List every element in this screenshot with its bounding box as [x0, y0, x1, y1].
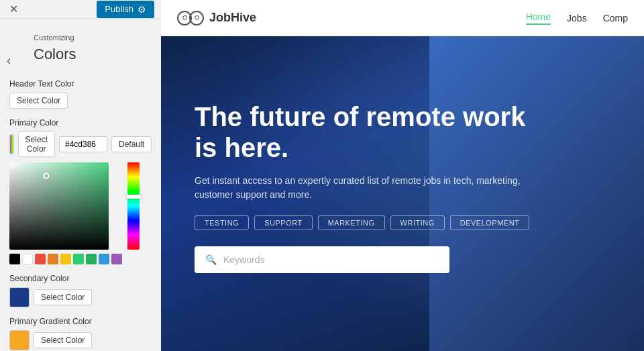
- hero-title: The future of remote work is here.: [195, 101, 543, 163]
- nav-logo-text: JobHive: [209, 11, 256, 25]
- swatch-yellow[interactable]: [60, 254, 71, 264]
- primary-default-button[interactable]: Default: [111, 136, 152, 152]
- secondary-color-section: Secondary Color Select Color: [9, 274, 152, 307]
- hue-spectrum[interactable]: [127, 162, 140, 250]
- primary-gradient-section: Primary Gradient Color Select Color: [9, 317, 152, 350]
- search-placeholder: Keywords: [223, 254, 264, 265]
- hue-slider: [126, 195, 141, 199]
- nav-link-comp[interactable]: Comp: [603, 13, 628, 23]
- logo-icons: ⬡ ⬡: [177, 11, 204, 26]
- top-bar: ✕ Publish ⚙: [0, 0, 161, 19]
- primary-color-label: Primary Color: [9, 118, 152, 128]
- tag-development: DEVELOPMENT: [450, 215, 530, 230]
- color-picker: [9, 162, 152, 264]
- tag-marketing: MARKETING: [318, 215, 385, 230]
- search-icon: 🔍: [205, 254, 217, 265]
- picker-cursor: [43, 172, 50, 179]
- header-text-color-section: Header Text Color Select Color: [9, 79, 152, 109]
- nav-link-home[interactable]: Home: [526, 11, 551, 25]
- swatch-white[interactable]: [22, 254, 33, 264]
- header-text-select-button[interactable]: Select Color: [9, 93, 68, 109]
- gradient-canvas[interactable]: [9, 162, 109, 250]
- primary-gradient-row: Select Color: [9, 330, 152, 350]
- close-button[interactable]: ✕: [7, 0, 21, 18]
- hero-tags: TESTING SUPPORT MARKETING WRITING DEVELO…: [195, 215, 543, 230]
- preview-container: ⬡ ⬡ JobHive Home Jobs Comp The f: [161, 0, 644, 351]
- swatch-dark-green[interactable]: [86, 254, 97, 264]
- customizer-panel: ✕ Publish ⚙ ‹ Customizing Colors Header …: [0, 0, 161, 351]
- breadcrumb: Customizing: [24, 26, 152, 44]
- secondary-swatch[interactable]: [9, 287, 30, 307]
- tag-testing: TESTING: [195, 215, 249, 230]
- publish-button[interactable]: Publish ⚙: [97, 1, 154, 18]
- gradient-swatch[interactable]: [9, 330, 30, 350]
- publish-label: Publish: [105, 4, 133, 14]
- back-button[interactable]: ‹: [7, 54, 11, 68]
- secondary-color-row: Select Color: [9, 287, 152, 307]
- nav-logo: ⬡ ⬡ JobHive: [177, 11, 256, 26]
- primary-select-button[interactable]: Select Color: [18, 132, 55, 157]
- hero-subtitle: Get instant access to an expertly curate…: [195, 174, 543, 202]
- section-title: Colors: [24, 44, 152, 72]
- secondary-color-label: Secondary Color: [9, 274, 152, 283]
- nav-links: Home Jobs Comp: [526, 11, 628, 25]
- swatch-blue[interactable]: [99, 254, 109, 264]
- header-text-label: Header Text Color: [9, 79, 152, 89]
- swatch-black[interactable]: [9, 254, 20, 264]
- swatch-orange[interactable]: [48, 254, 58, 264]
- primary-color-row: Select Color Default: [9, 132, 152, 157]
- primary-swatch[interactable]: [9, 134, 14, 154]
- panel-content: Header Text Color Select Color Primary C…: [0, 72, 161, 351]
- primary-gradient-label: Primary Gradient Color: [9, 317, 152, 326]
- secondary-select-button[interactable]: Select Color: [34, 289, 92, 305]
- primary-hex-input[interactable]: [59, 136, 107, 152]
- primary-color-section: Primary Color Select Color Default: [9, 118, 152, 264]
- gradient-select-button[interactable]: Select Color: [34, 332, 92, 348]
- swatch-green[interactable]: [73, 254, 84, 264]
- search-bar[interactable]: 🔍 Keywords: [195, 246, 449, 273]
- preset-swatches: [9, 254, 122, 264]
- tag-writing: WRITING: [390, 215, 445, 230]
- nav-link-jobs[interactable]: Jobs: [567, 13, 587, 23]
- breadcrumb-area: ‹ Customizing Colors: [0, 19, 161, 72]
- swatch-purple[interactable]: [111, 254, 122, 264]
- color-gradient-area[interactable]: [9, 162, 122, 264]
- swatch-red[interactable]: [35, 254, 46, 264]
- preview-nav: ⬡ ⬡ JobHive Home Jobs Comp: [161, 0, 644, 36]
- tag-support: SUPPORT: [254, 215, 312, 230]
- hero-section: The future of remote work is here. Get i…: [161, 0, 644, 351]
- logo-icon-2: ⬡: [189, 11, 204, 26]
- site-preview: ⬡ ⬡ JobHive Home Jobs Comp The f: [161, 0, 644, 351]
- hero-content: The future of remote work is here. Get i…: [195, 101, 543, 273]
- gear-icon: ⚙: [138, 4, 146, 15]
